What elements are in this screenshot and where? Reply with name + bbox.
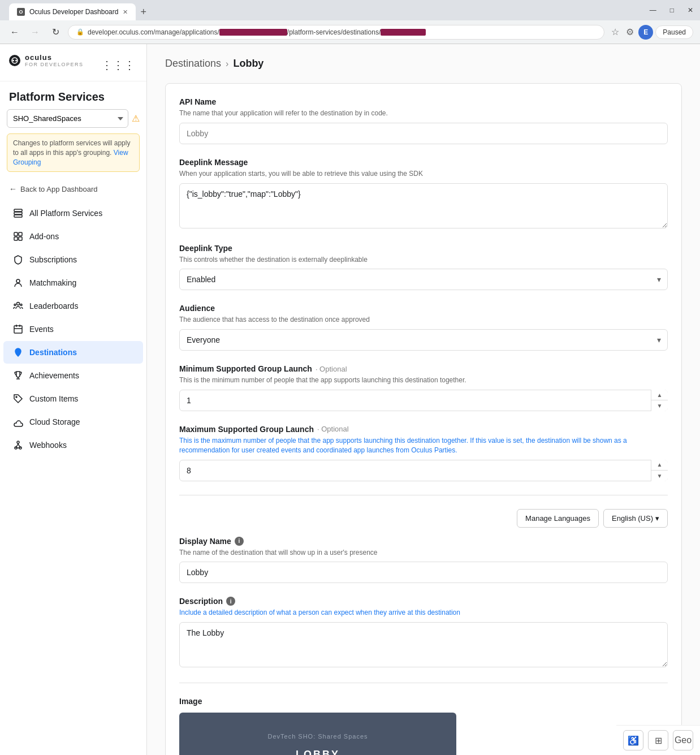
audience-select[interactable]: Everyone Friends Invite Only xyxy=(179,329,668,351)
min-group-input[interactable] xyxy=(179,390,668,411)
tab-favicon: O xyxy=(17,8,25,16)
deeplink-type-select[interactable]: Enabled Disabled xyxy=(179,269,668,290)
cloud-storage-label: Cloud Storage xyxy=(29,417,80,426)
share-button[interactable]: ⊞ xyxy=(648,730,668,750)
svg-point-13 xyxy=(20,304,22,306)
main-content: Destinations › Lobby API Name The name t… xyxy=(147,44,700,755)
svg-point-2 xyxy=(15,59,17,61)
min-group-input-wrapper: ▲ ▼ xyxy=(179,390,668,411)
image-preview: DevTech SHO: Shared Spaces LOBBY xyxy=(179,713,456,755)
bookmark-button[interactable]: ☆ xyxy=(609,24,621,40)
api-name-label: API Name xyxy=(179,97,668,106)
grid-menu-button[interactable]: ⋮⋮⋮ xyxy=(99,56,137,74)
api-name-hint: The name that your application will refe… xyxy=(179,109,668,118)
max-group-decrement-button[interactable]: ▼ xyxy=(651,471,668,481)
svg-point-10 xyxy=(16,279,20,283)
back-to-dashboard-button[interactable]: ← Back to App Dashboard xyxy=(0,179,146,199)
svg-rect-7 xyxy=(19,232,22,236)
accessibility-button[interactable]: ♿ xyxy=(623,730,643,750)
svg-rect-3 xyxy=(14,209,22,212)
layers-icon xyxy=(12,208,24,219)
paused-button[interactable]: Paused xyxy=(655,25,693,39)
person-icon xyxy=(12,277,24,288)
language-selector-button[interactable]: English (US) ▾ xyxy=(603,509,668,528)
breadcrumb-parent[interactable]: Destinations xyxy=(165,58,221,70)
deeplink-message-textarea[interactable]: {"is_lobby":"true","map":"Lobby"} xyxy=(179,183,668,228)
address-bar[interactable]: 🔒 developer.oculus.com/manage/applicatio… xyxy=(68,25,604,40)
display-name-info-icon[interactable]: i xyxy=(235,537,244,546)
sidebar-item-subscriptions[interactable]: Subscriptions xyxy=(3,248,143,271)
description-section: Description i Include a detailed descrip… xyxy=(179,597,668,669)
sidebar-item-add-ons[interactable]: Add-ons xyxy=(3,225,143,248)
maximize-button[interactable]: □ xyxy=(663,4,681,16)
min-group-increment-button[interactable]: ▲ xyxy=(651,390,668,401)
close-window-button[interactable]: ✕ xyxy=(681,4,700,16)
breadcrumb: Destinations › Lobby xyxy=(165,58,682,70)
image-preview-label: LOBBY xyxy=(296,749,340,755)
sidebar-item-destinations[interactable]: Destinations xyxy=(3,341,143,364)
deeplink-type-select-wrapper: Enabled Disabled ▾ xyxy=(179,269,668,290)
sidebar: oculus FOR DEVELOPERS ⋮⋮⋮ Platform Servi… xyxy=(0,44,147,755)
min-group-section: Minimum Supported Group Launch · Optiona… xyxy=(179,364,668,411)
svg-rect-5 xyxy=(14,215,22,217)
tag-icon xyxy=(12,393,24,404)
sidebar-item-achievements[interactable]: Achievements xyxy=(3,364,143,387)
cloud-icon xyxy=(12,416,24,428)
events-label: Events xyxy=(29,325,54,334)
deeplink-type-label: Deeplink Type xyxy=(179,244,668,253)
api-name-section: API Name The name that your application … xyxy=(179,97,668,144)
forward-button[interactable]: → xyxy=(27,24,43,40)
sidebar-item-leaderboards[interactable]: Leaderboards xyxy=(3,295,143,317)
grid-icon xyxy=(12,231,24,242)
svg-point-24 xyxy=(17,441,19,443)
achievements-label: Achievements xyxy=(29,371,79,380)
manage-languages-button[interactable]: Manage Languages xyxy=(517,509,599,528)
max-group-spinners: ▲ ▼ xyxy=(651,460,668,481)
sidebar-item-custom-items[interactable]: Custom Items xyxy=(3,387,143,410)
minimize-button[interactable]: — xyxy=(643,4,663,16)
svg-point-21 xyxy=(16,396,17,398)
sidebar-item-matchmaking[interactable]: Matchmaking xyxy=(3,271,143,294)
description-info-icon[interactable]: i xyxy=(226,597,235,606)
back-button[interactable]: ← xyxy=(7,24,23,40)
divider-1 xyxy=(179,495,668,495)
app-selector-dropdown[interactable]: SHO_SharedSpaces xyxy=(7,109,128,128)
audience-label: Audience xyxy=(179,304,668,313)
matchmaking-label: Matchmaking xyxy=(29,278,76,287)
max-group-hint: This is the maximum number of people tha… xyxy=(179,436,668,455)
api-name-input[interactable] xyxy=(179,123,668,144)
leaderboards-label: Leaderboards xyxy=(29,301,78,310)
max-group-increment-button[interactable]: ▲ xyxy=(651,460,668,471)
sidebar-nav: All Platform Services Add-ons xyxy=(0,199,146,755)
accessibility-icon: ♿ xyxy=(628,735,639,746)
deeplink-message-section: Deeplink Message When your application s… xyxy=(179,158,668,230)
extensions-button[interactable]: ⚙ xyxy=(624,24,636,40)
sidebar-item-webhooks[interactable]: Webhooks xyxy=(3,434,143,456)
display-name-section: Display Name i The name of the destinati… xyxy=(179,537,668,584)
min-group-optional: · Optional xyxy=(316,365,347,373)
min-group-decrement-button[interactable]: ▼ xyxy=(651,400,668,411)
image-section: Image DevTech SHO: Shared Spaces LOBBY R… xyxy=(179,697,668,755)
browser-tab[interactable]: O Oculus Developer Dashboard ✕ xyxy=(9,3,136,20)
deeplink-message-hint: When your application starts, you will b… xyxy=(179,169,668,179)
svg-point-11 xyxy=(17,303,20,305)
max-group-input-wrapper: ▲ ▼ xyxy=(179,460,668,481)
geo-button[interactable]: Geo xyxy=(673,730,693,750)
sidebar-item-all-platform[interactable]: All Platform Services xyxy=(3,202,143,225)
description-textarea[interactable]: The Lobby xyxy=(179,622,668,667)
reload-button[interactable]: ↻ xyxy=(47,24,63,40)
profile-button[interactable]: E xyxy=(638,25,653,40)
audience-select-wrapper: Everyone Friends Invite Only ▾ xyxy=(179,329,668,351)
warning-icon: ⚠ xyxy=(132,113,140,124)
sidebar-item-cloud-storage[interactable]: Cloud Storage xyxy=(3,411,143,433)
tab-close-button[interactable]: ✕ xyxy=(123,8,128,16)
custom-items-label: Custom Items xyxy=(29,394,78,403)
new-tab-button[interactable]: + xyxy=(136,6,151,18)
share-icon: ⊞ xyxy=(655,735,662,746)
sidebar-item-events[interactable]: Events xyxy=(3,318,143,340)
all-platform-label: All Platform Services xyxy=(29,209,102,218)
language-dropdown-icon: ▾ xyxy=(655,514,659,523)
max-group-input[interactable] xyxy=(179,460,668,481)
svg-rect-4 xyxy=(14,212,22,214)
display-name-input[interactable] xyxy=(179,562,668,583)
